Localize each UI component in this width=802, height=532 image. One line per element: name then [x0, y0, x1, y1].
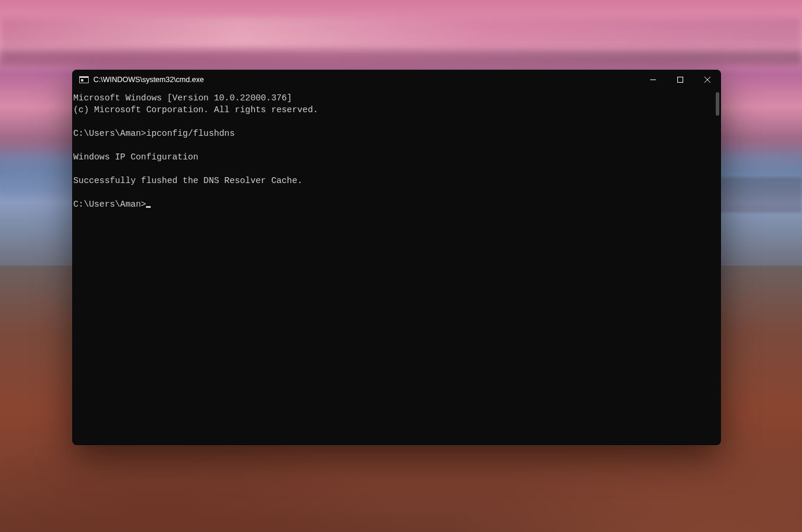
minimize-icon [650, 77, 656, 83]
maximize-icon [677, 77, 683, 83]
cmd-window: C:\WINDOWS\system32\cmd.exe Microsoft Wi… [72, 70, 721, 445]
window-controls [639, 70, 721, 90]
close-icon [704, 77, 710, 83]
terminal-body[interactable]: Microsoft Windows [Version 10.0.22000.37… [72, 90, 721, 445]
terminal-output: Microsoft Windows [Version 10.0.22000.37… [72, 92, 721, 210]
decorative-sky [0, 18, 802, 47]
scrollbar-thumb[interactable] [716, 92, 719, 116]
window-title: C:\WINDOWS\system32\cmd.exe [93, 76, 204, 84]
titlebar[interactable]: C:\WINDOWS\system32\cmd.exe [72, 70, 721, 90]
minimize-button[interactable] [639, 70, 667, 90]
cmd-icon [79, 76, 89, 83]
maximize-button[interactable] [667, 70, 694, 90]
close-button[interactable] [694, 70, 721, 90]
svg-rect-1 [678, 77, 683, 83]
cursor [146, 206, 151, 208]
decorative-sky [0, 50, 802, 65]
desktop-background: C:\WINDOWS\system32\cmd.exe Microsoft Wi… [0, 0, 802, 532]
